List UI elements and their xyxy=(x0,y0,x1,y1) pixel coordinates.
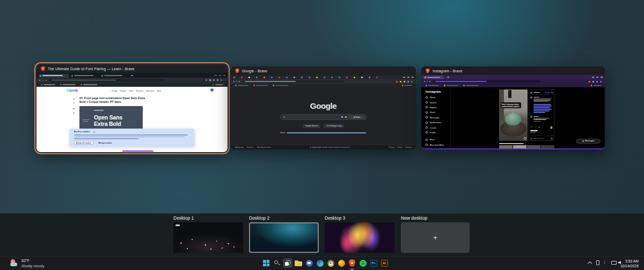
canva-nav-link[interactable]: Business xyxy=(136,90,144,92)
search-button[interactable] xyxy=(272,258,282,268)
brave-button[interactable] xyxy=(347,258,357,268)
chrome-button[interactable] xyxy=(326,258,335,268)
bookmark-icon[interactable] xyxy=(402,85,404,86)
mic-icon[interactable] xyxy=(341,116,343,118)
desktop-thumbnail-1[interactable] xyxy=(173,222,243,253)
window-thumbnail-instagram[interactable]: Instagram - Brave xyxy=(421,66,605,149)
window-controls[interactable] xyxy=(403,77,414,78)
profile-icon[interactable] xyxy=(407,81,409,82)
grid-thumb[interactable] xyxy=(513,145,526,149)
sidebar-item-create[interactable]: Create xyxy=(421,125,450,130)
bookmark-icon[interactable] xyxy=(273,85,274,86)
sidebar-item-also-from-meta[interactable]: Also from Meta xyxy=(421,142,450,147)
bookmark-icon[interactable] xyxy=(80,84,82,86)
tray-download-arrow-icon[interactable]: ↓ xyxy=(603,259,606,265)
messages-pill[interactable]: Messages xyxy=(576,139,601,144)
brave-rewards-icon[interactable] xyxy=(396,81,398,82)
more-posts-grid[interactable] xyxy=(499,145,554,149)
menu-icon[interactable] xyxy=(221,79,222,81)
new-tab-icon[interactable] xyxy=(447,77,449,78)
hashtag-line[interactable] xyxy=(533,109,552,110)
window-thumbnail-font-pairing[interactable]: The Ultimate Guide to Font Pairing — Lea… xyxy=(36,64,228,152)
tab-favicon[interactable] xyxy=(376,77,378,78)
spotify-button[interactable] xyxy=(358,258,368,268)
tab-favicon[interactable] xyxy=(279,77,280,78)
hashtag-line[interactable] xyxy=(533,104,551,105)
tab-favicon[interactable] xyxy=(331,77,333,78)
clock-widget[interactable]: 3:52 AM 10/14/2025 xyxy=(620,259,639,268)
canva-nav-link[interactable]: Plans xyxy=(129,90,133,92)
tab-strip[interactable] xyxy=(421,75,605,79)
weather-widget[interactable]: 52°F Mostly cloudy xyxy=(10,258,44,268)
footer-link[interactable]: Advertising xyxy=(235,146,244,148)
browser-tab[interactable] xyxy=(70,74,98,78)
comment-icon[interactable]: ◌ xyxy=(535,125,536,129)
bookmark-icon[interactable] xyxy=(426,85,427,86)
tab-favicon[interactable] xyxy=(271,77,273,78)
tab-favicon[interactable] xyxy=(241,77,243,78)
canva-nav-link[interactable]: Design xyxy=(112,90,118,92)
share-icon[interactable]: ▹ xyxy=(538,125,540,129)
window-controls[interactable] xyxy=(215,75,225,76)
tab-strip[interactable] xyxy=(231,75,416,79)
sidebar-item-messages[interactable]: Messages xyxy=(421,115,450,120)
more-options-icon[interactable] xyxy=(551,92,553,93)
grid-thumb[interactable] xyxy=(499,145,513,149)
browser-tab-active[interactable] xyxy=(39,74,69,78)
sidebar-item-home[interactable]: Home xyxy=(421,95,450,100)
back-icon[interactable] xyxy=(39,80,40,81)
back-icon[interactable] xyxy=(424,81,425,82)
photoshop-button[interactable]: Ps xyxy=(369,258,378,268)
tab-favicon[interactable] xyxy=(264,77,265,78)
avatar[interactable] xyxy=(530,92,532,94)
save-icon[interactable] xyxy=(551,126,552,129)
browser-tab-active[interactable] xyxy=(423,76,444,79)
footer-link[interactable]: Settings xyxy=(405,146,412,148)
promo-line[interactable]: New! xyxy=(281,132,367,134)
tray-overflow-chevron-icon[interactable] xyxy=(588,261,592,266)
like-icon[interactable]: ♡ xyxy=(530,125,532,129)
tab-favicon[interactable] xyxy=(233,77,235,78)
follow-button[interactable]: Follow xyxy=(545,92,550,94)
sidebar-item-profile[interactable]: Profile xyxy=(421,130,450,135)
search-input[interactable]: AI Mode xyxy=(280,114,367,120)
tab-favicon[interactable] xyxy=(309,77,310,78)
chat-app-button[interactable] xyxy=(304,258,314,268)
tab-favicon[interactable] xyxy=(369,77,370,78)
audio-toggle-icon[interactable] xyxy=(524,137,526,140)
tab-favicon[interactable] xyxy=(354,77,355,78)
browser-tab[interactable] xyxy=(100,74,128,78)
forward-icon[interactable] xyxy=(42,80,43,81)
hashtag-line[interactable] xyxy=(533,107,550,108)
address-bar[interactable] xyxy=(243,80,345,83)
grid-thumb[interactable] xyxy=(541,145,554,149)
grid-thumb[interactable] xyxy=(527,145,540,149)
new-desktop-button[interactable]: + xyxy=(401,222,470,253)
emoji-icon[interactable] xyxy=(551,138,552,139)
add-comment-row[interactable] xyxy=(529,136,554,140)
instagram-logo[interactable]: Instagram xyxy=(421,87,450,95)
menu-icon[interactable] xyxy=(600,81,602,82)
canva-nav-link[interactable]: Product xyxy=(120,90,127,92)
accept-cookies-button[interactable]: Accept all cookies xyxy=(74,141,93,145)
new-tab-icon[interactable] xyxy=(131,75,133,76)
reload-icon[interactable] xyxy=(429,81,430,82)
tab-favicon[interactable] xyxy=(294,77,295,78)
bookmark-icon[interactable] xyxy=(444,85,445,86)
back-icon[interactable] xyxy=(233,81,235,82)
avatar[interactable] xyxy=(210,88,214,92)
extension-icon[interactable] xyxy=(213,79,215,81)
footer-link[interactable]: Privacy xyxy=(389,146,394,148)
desktop-thumbnail-3[interactable] xyxy=(325,222,394,253)
window-controls[interactable] xyxy=(592,77,603,78)
forward-icon[interactable] xyxy=(427,81,428,82)
reload-icon[interactable] xyxy=(46,80,47,81)
hashtag-line[interactable] xyxy=(533,106,552,107)
sidebar-item-reels[interactable]: Reels xyxy=(421,110,450,115)
sidebar-item-search[interactable]: Search xyxy=(421,100,450,104)
ai-mode-chip[interactable]: AI Mode xyxy=(349,116,365,119)
edge-button[interactable] xyxy=(315,258,325,268)
post-video[interactable]: Here's why two-factor authentication mat… xyxy=(499,89,528,141)
extension-icon[interactable] xyxy=(592,81,594,82)
illustrator-button[interactable]: Ai xyxy=(379,258,389,268)
